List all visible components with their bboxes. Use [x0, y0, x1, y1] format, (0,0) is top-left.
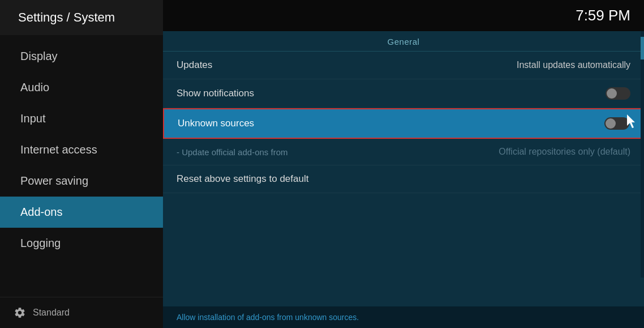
scrollbar-thumb[interactable] [641, 37, 644, 59]
sidebar-item-power-saving[interactable]: Power saving [0, 165, 163, 197]
scrollbar[interactable] [641, 31, 644, 278]
sidebar-item-display[interactable]: Display [0, 41, 163, 72]
setting-label-unknown-sources: Unknown sources [178, 118, 604, 129]
settings-list: Updates Install updates automatically Sh… [163, 52, 644, 193]
setting-row-unknown-sources[interactable]: Unknown sources [163, 108, 644, 139]
main-content: 7:59 PM General Updates Install updates … [163, 0, 644, 328]
gear-icon [14, 306, 26, 319]
sidebar-item-logging[interactable]: Logging [0, 228, 163, 259]
sidebar-item-input[interactable]: Input [0, 103, 163, 134]
toggle-show-notifications[interactable] [606, 87, 630, 100]
setting-label-updates: Updates [177, 59, 517, 71]
sidebar-footer: Standard [0, 297, 163, 328]
bottom-hint: Allow installation of add-ons from unkno… [177, 313, 359, 322]
setting-label-update-official-addons: - Update official add-ons from [177, 147, 499, 157]
content-area: General Updates Install updates automati… [163, 31, 644, 306]
bottom-bar: Allow installation of add-ons from unkno… [163, 306, 644, 328]
sidebar-item-internet-access[interactable]: Internet access [0, 134, 163, 165]
clock: 7:59 PM [576, 7, 630, 24]
sidebar-nav: Display Audio Input Internet access Powe… [0, 35, 163, 297]
sidebar-item-add-ons[interactable]: Add-ons [0, 197, 163, 228]
setting-row-reset-settings[interactable]: Reset above settings to default [163, 165, 644, 193]
toggle-unknown-sources[interactable] [604, 117, 629, 130]
top-bar: 7:59 PM [163, 0, 644, 31]
setting-value-updates: Install updates automatically [517, 60, 630, 70]
setting-label-show-notifications: Show notifications [177, 88, 606, 99]
setting-row-update-official-addons[interactable]: - Update official add-ons from Official … [163, 139, 644, 165]
sidebar-title: Settings / System [0, 0, 163, 35]
setting-value-update-official-addons: Official repositories only (default) [499, 147, 630, 157]
section-header: General [163, 31, 644, 52]
setting-row-updates[interactable]: Updates Install updates automatically [163, 52, 644, 79]
sidebar: Settings / System Display Audio Input In… [0, 0, 163, 328]
sidebar-footer-label: Standard [33, 308, 70, 318]
setting-row-container-unknown-sources: Unknown sources [163, 108, 644, 139]
setting-label-reset-settings: Reset above settings to default [177, 173, 630, 185]
setting-row-show-notifications[interactable]: Show notifications [163, 79, 644, 108]
sidebar-item-audio[interactable]: Audio [0, 72, 163, 103]
